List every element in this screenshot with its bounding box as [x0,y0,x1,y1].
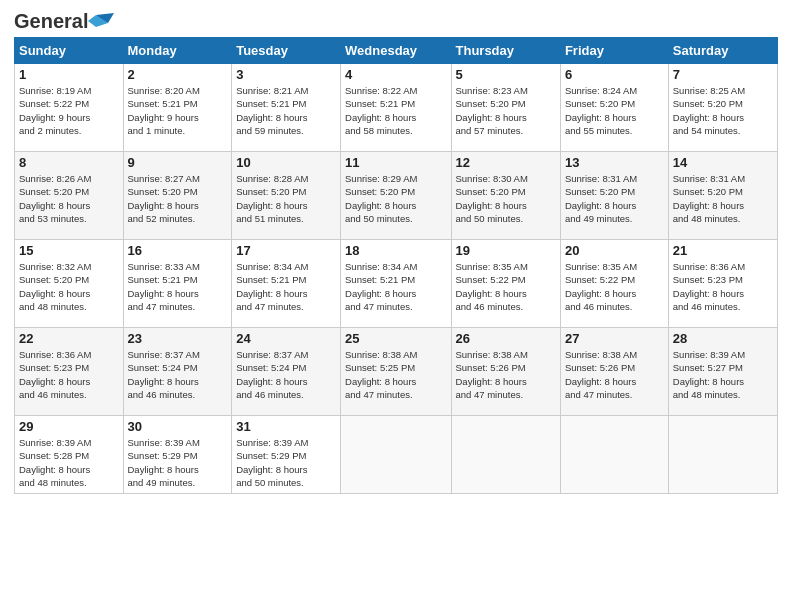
day-number: 14 [673,155,773,170]
day-info: Sunrise: 8:27 AM Sunset: 5:20 PM Dayligh… [128,172,228,225]
day-info: Sunrise: 8:38 AM Sunset: 5:26 PM Dayligh… [456,348,556,401]
weekday-thursday: Thursday [451,38,560,64]
day-info: Sunrise: 8:31 AM Sunset: 5:20 PM Dayligh… [673,172,773,225]
day-info: Sunrise: 8:19 AM Sunset: 5:22 PM Dayligh… [19,84,119,137]
day-number: 15 [19,243,119,258]
calendar-cell: 28Sunrise: 8:39 AM Sunset: 5:27 PM Dayli… [668,328,777,416]
day-number: 11 [345,155,446,170]
weekday-wednesday: Wednesday [341,38,451,64]
day-number: 16 [128,243,228,258]
day-number: 23 [128,331,228,346]
calendar-cell: 20Sunrise: 8:35 AM Sunset: 5:22 PM Dayli… [560,240,668,328]
day-number: 13 [565,155,664,170]
day-number: 21 [673,243,773,258]
day-number: 30 [128,419,228,434]
calendar-cell: 6Sunrise: 8:24 AM Sunset: 5:20 PM Daylig… [560,64,668,152]
day-number: 27 [565,331,664,346]
calendar-cell: 9Sunrise: 8:27 AM Sunset: 5:20 PM Daylig… [123,152,232,240]
day-info: Sunrise: 8:20 AM Sunset: 5:21 PM Dayligh… [128,84,228,137]
day-info: Sunrise: 8:28 AM Sunset: 5:20 PM Dayligh… [236,172,336,225]
weekday-header-row: SundayMondayTuesdayWednesdayThursdayFrid… [15,38,778,64]
day-info: Sunrise: 8:39 AM Sunset: 5:27 PM Dayligh… [673,348,773,401]
day-number: 25 [345,331,446,346]
day-number: 24 [236,331,336,346]
logo: General [14,10,114,29]
calendar-cell: 21Sunrise: 8:36 AM Sunset: 5:23 PM Dayli… [668,240,777,328]
day-number: 19 [456,243,556,258]
day-info: Sunrise: 8:31 AM Sunset: 5:20 PM Dayligh… [565,172,664,225]
day-info: Sunrise: 8:26 AM Sunset: 5:20 PM Dayligh… [19,172,119,225]
day-number: 9 [128,155,228,170]
day-info: Sunrise: 8:38 AM Sunset: 5:25 PM Dayligh… [345,348,446,401]
day-number: 6 [565,67,664,82]
day-number: 26 [456,331,556,346]
calendar-cell: 25Sunrise: 8:38 AM Sunset: 5:25 PM Dayli… [341,328,451,416]
day-info: Sunrise: 8:36 AM Sunset: 5:23 PM Dayligh… [673,260,773,313]
calendar-table: SundayMondayTuesdayWednesdayThursdayFrid… [14,37,778,494]
day-info: Sunrise: 8:35 AM Sunset: 5:22 PM Dayligh… [456,260,556,313]
day-info: Sunrise: 8:38 AM Sunset: 5:26 PM Dayligh… [565,348,664,401]
day-info: Sunrise: 8:34 AM Sunset: 5:21 PM Dayligh… [236,260,336,313]
calendar-cell: 12Sunrise: 8:30 AM Sunset: 5:20 PM Dayli… [451,152,560,240]
logo-bird-icon [88,13,114,31]
day-number: 12 [456,155,556,170]
weekday-sunday: Sunday [15,38,124,64]
weekday-monday: Monday [123,38,232,64]
calendar-cell: 19Sunrise: 8:35 AM Sunset: 5:22 PM Dayli… [451,240,560,328]
calendar-cell: 31Sunrise: 8:39 AM Sunset: 5:29 PM Dayli… [232,416,341,494]
day-info: Sunrise: 8:39 AM Sunset: 5:29 PM Dayligh… [128,436,228,489]
day-number: 3 [236,67,336,82]
weekday-friday: Friday [560,38,668,64]
calendar-cell: 24Sunrise: 8:37 AM Sunset: 5:24 PM Dayli… [232,328,341,416]
logo-general: General [14,10,88,33]
day-number: 18 [345,243,446,258]
day-number: 5 [456,67,556,82]
calendar-cell [451,416,560,494]
day-info: Sunrise: 8:35 AM Sunset: 5:22 PM Dayligh… [565,260,664,313]
day-number: 29 [19,419,119,434]
day-info: Sunrise: 8:39 AM Sunset: 5:29 PM Dayligh… [236,436,336,489]
day-info: Sunrise: 8:23 AM Sunset: 5:20 PM Dayligh… [456,84,556,137]
day-info: Sunrise: 8:29 AM Sunset: 5:20 PM Dayligh… [345,172,446,225]
calendar-cell: 5Sunrise: 8:23 AM Sunset: 5:20 PM Daylig… [451,64,560,152]
calendar-cell: 8Sunrise: 8:26 AM Sunset: 5:20 PM Daylig… [15,152,124,240]
weekday-saturday: Saturday [668,38,777,64]
calendar-cell [341,416,451,494]
page-container: General SundayMondayTuesdayWednesdayThur… [0,0,792,502]
day-number: 8 [19,155,119,170]
day-info: Sunrise: 8:33 AM Sunset: 5:21 PM Dayligh… [128,260,228,313]
calendar-cell: 11Sunrise: 8:29 AM Sunset: 5:20 PM Dayli… [341,152,451,240]
calendar-cell: 17Sunrise: 8:34 AM Sunset: 5:21 PM Dayli… [232,240,341,328]
calendar-cell: 1Sunrise: 8:19 AM Sunset: 5:22 PM Daylig… [15,64,124,152]
day-number: 7 [673,67,773,82]
day-info: Sunrise: 8:36 AM Sunset: 5:23 PM Dayligh… [19,348,119,401]
calendar-cell [560,416,668,494]
day-number: 31 [236,419,336,434]
calendar-cell: 15Sunrise: 8:32 AM Sunset: 5:20 PM Dayli… [15,240,124,328]
calendar-cell: 13Sunrise: 8:31 AM Sunset: 5:20 PM Dayli… [560,152,668,240]
calendar-cell: 26Sunrise: 8:38 AM Sunset: 5:26 PM Dayli… [451,328,560,416]
day-info: Sunrise: 8:24 AM Sunset: 5:20 PM Dayligh… [565,84,664,137]
calendar-cell: 18Sunrise: 8:34 AM Sunset: 5:21 PM Dayli… [341,240,451,328]
calendar-cell: 30Sunrise: 8:39 AM Sunset: 5:29 PM Dayli… [123,416,232,494]
day-number: 28 [673,331,773,346]
day-info: Sunrise: 8:32 AM Sunset: 5:20 PM Dayligh… [19,260,119,313]
day-info: Sunrise: 8:37 AM Sunset: 5:24 PM Dayligh… [236,348,336,401]
day-number: 2 [128,67,228,82]
calendar-cell: 14Sunrise: 8:31 AM Sunset: 5:20 PM Dayli… [668,152,777,240]
day-number: 22 [19,331,119,346]
header: General [14,10,778,29]
calendar-cell: 10Sunrise: 8:28 AM Sunset: 5:20 PM Dayli… [232,152,341,240]
day-number: 1 [19,67,119,82]
day-info: Sunrise: 8:34 AM Sunset: 5:21 PM Dayligh… [345,260,446,313]
calendar-cell: 3Sunrise: 8:21 AM Sunset: 5:21 PM Daylig… [232,64,341,152]
calendar-cell: 7Sunrise: 8:25 AM Sunset: 5:20 PM Daylig… [668,64,777,152]
calendar-cell: 4Sunrise: 8:22 AM Sunset: 5:21 PM Daylig… [341,64,451,152]
day-number: 17 [236,243,336,258]
day-info: Sunrise: 8:30 AM Sunset: 5:20 PM Dayligh… [456,172,556,225]
day-number: 20 [565,243,664,258]
day-info: Sunrise: 8:37 AM Sunset: 5:24 PM Dayligh… [128,348,228,401]
weekday-tuesday: Tuesday [232,38,341,64]
day-info: Sunrise: 8:22 AM Sunset: 5:21 PM Dayligh… [345,84,446,137]
day-number: 10 [236,155,336,170]
